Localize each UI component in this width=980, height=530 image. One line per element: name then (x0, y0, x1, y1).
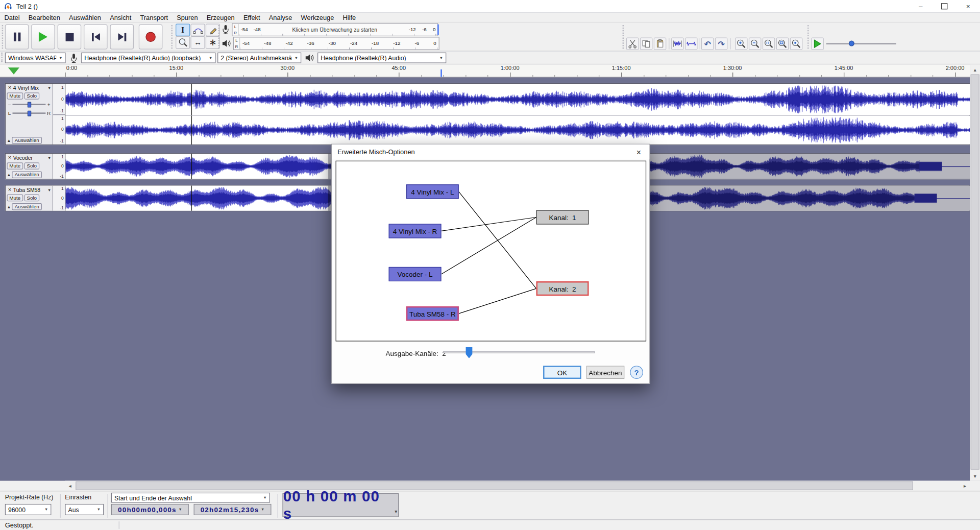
solo-button[interactable]: Solo (24, 162, 39, 169)
timeline[interactable]: 0:00 15:00 30:00 45:00 1:00:00 1:15:00 1… (0, 64, 970, 78)
pan-slider[interactable] (12, 110, 45, 116)
select-track-button[interactable]: Auswählen (12, 203, 42, 210)
scroll-right-icon[interactable]: ► (960, 481, 970, 491)
collapse-track-button[interactable]: ▲ (7, 204, 11, 209)
menu-spuren[interactable]: Spuren (173, 13, 203, 21)
menu-erzeugen[interactable]: Erzeugen (202, 13, 239, 21)
paste-button[interactable] (654, 37, 666, 50)
scroll-up-icon[interactable]: ▲ (970, 64, 980, 75)
menu-datei[interactable]: Datei (0, 13, 24, 21)
skip-to-start-button[interactable] (84, 25, 108, 50)
track-close-button[interactable]: × (7, 187, 12, 192)
dialog-close-button[interactable]: × (628, 144, 650, 159)
waveform-area[interactable] (66, 84, 970, 144)
gain-slider[interactable] (12, 101, 45, 107)
zoom-in-button[interactable] (735, 37, 747, 50)
vertical-ruler[interactable]: 1 0 -1 (53, 186, 65, 211)
track-menu-button[interactable]: ▼ (47, 156, 51, 160)
cut-button[interactable] (626, 37, 639, 50)
track-name[interactable]: Tuba SM58 (13, 187, 47, 193)
vertical-scrollbar[interactable]: ▲ ▼ (970, 64, 980, 481)
restore-button[interactable] (933, 0, 957, 12)
vertical-scrollbar-thumb[interactable] (971, 75, 979, 470)
recording-meter[interactable]: L R -54 -48 Klicken um Überwachung zu st… (232, 23, 438, 36)
selection-end-field[interactable]: 02h02m15,230s▼ (194, 504, 272, 515)
selection-start-field[interactable]: 00h00m00,000s▼ (111, 504, 189, 515)
solo-button[interactable]: Solo (24, 195, 39, 201)
skip-to-end-button[interactable] (110, 25, 134, 50)
minimize-button[interactable]: – (909, 0, 933, 12)
track-menu-button[interactable]: ▼ (47, 86, 51, 89)
menu-bearbeiten[interactable]: Bearbeiten (24, 13, 64, 21)
envelope-tool-button[interactable] (190, 24, 205, 36)
select-track-button[interactable]: Auswählen (12, 172, 42, 178)
menu-auswaehlen[interactable]: Auswählen (65, 13, 106, 21)
mixer-track-node-selected[interactable]: Tuba SM58 - R (406, 306, 459, 321)
track-name[interactable]: 4 Vinyl Mix (13, 85, 47, 91)
scroll-left-icon[interactable]: ◄ (65, 481, 75, 491)
menu-hilfe[interactable]: Hilfe (338, 13, 360, 21)
gain-slider-thumb[interactable] (27, 102, 31, 107)
output-channels-slider[interactable] (443, 347, 595, 358)
record-button[interactable] (139, 25, 163, 50)
mute-button[interactable]: Mute (7, 92, 23, 99)
select-track-button[interactable]: Auswählen (12, 137, 42, 143)
device-toolbar-grip[interactable] (1, 53, 4, 63)
cancel-button[interactable]: Abbrechen (586, 366, 625, 379)
meter-monitor-hint[interactable]: Klicken um Überwachung zu starten (261, 27, 409, 33)
mixer-channel-node[interactable]: Kanal: 1 (536, 210, 589, 224)
track-close-button[interactable]: × (7, 85, 12, 91)
trim-audio-button[interactable] (671, 37, 683, 50)
tools-toolbar-grip[interactable] (172, 25, 175, 49)
menu-effekt[interactable]: Effekt (239, 13, 264, 21)
menu-werkzeuge[interactable]: Werkzeuge (297, 13, 338, 21)
redo-button[interactable]: ↷ (715, 37, 727, 50)
playback-meter[interactable]: L R -54 -48 -42 -36 -30 -24 -18 -12 -6 0 (233, 37, 439, 50)
silence-audio-button[interactable] (685, 37, 697, 50)
scroll-down-icon[interactable]: ▼ (970, 471, 980, 481)
mute-button[interactable]: Mute (7, 162, 23, 169)
timeline-ruler[interactable]: 0:00 15:00 30:00 45:00 1:00:00 1:15:00 1… (65, 64, 970, 77)
zoom-toggle-button[interactable] (790, 37, 802, 50)
timeshift-tool-button[interactable]: ↔ (190, 36, 205, 49)
mixer-track-node[interactable]: 4 Vinyl Mix - R (389, 224, 442, 238)
vertical-ruler[interactable]: 1 0 -1 1 0 -1 (53, 84, 65, 144)
play-at-speed-toolbar-grip[interactable] (807, 25, 811, 49)
recording-device-select[interactable]: Headphone (Realtek(R) Audio) (loopback)▼ (81, 53, 215, 63)
mixer-track-node[interactable]: 4 Vinyl Mix - L (406, 184, 459, 199)
collapse-track-button[interactable]: ▲ (7, 173, 11, 177)
edit-toolbar-grip[interactable] (623, 25, 626, 49)
zoom-selection-button[interactable] (763, 37, 775, 50)
zoom-tool-button[interactable] (176, 36, 190, 49)
timeline-pin-icon[interactable] (8, 67, 19, 74)
ok-button[interactable]: OK (543, 366, 581, 379)
playback-device-select[interactable]: Headphone (Realtek(R) Audio)▼ (317, 53, 446, 63)
speed-slider-thumb[interactable] (849, 41, 854, 46)
undo-button[interactable]: ↶ (701, 37, 714, 50)
mute-button[interactable]: Mute (7, 195, 23, 201)
audio-position-display[interactable]: 00 h 00 m 00 s▼ (282, 493, 399, 517)
track-name[interactable]: Vocoder (13, 155, 47, 161)
waveform-canvas-left[interactable] (66, 84, 971, 115)
vertical-ruler[interactable]: 1 0 -1 (53, 154, 65, 179)
recording-channels-select[interactable]: 2 (Stereo) Aufnahmekanäle▼ (217, 53, 301, 63)
solo-button[interactable]: Solo (24, 92, 39, 99)
pan-slider-thumb[interactable] (27, 110, 31, 116)
zoom-out-button[interactable] (749, 37, 761, 50)
horizontal-scrollbar[interactable]: ◄ ► (65, 481, 970, 491)
selection-tool-button[interactable]: I (176, 24, 190, 36)
pause-button[interactable] (5, 25, 29, 50)
menu-analyse[interactable]: Analyse (264, 13, 297, 21)
help-button[interactable]: ? (630, 366, 643, 379)
play-button[interactable] (31, 25, 55, 50)
copy-button[interactable] (640, 37, 652, 50)
audio-host-select[interactable]: Windows WASAPI▼ (5, 53, 66, 63)
project-rate-select[interactable]: 96000▼ (5, 504, 52, 515)
horizontal-scrollbar-thumb[interactable] (76, 481, 913, 490)
track-close-button[interactable]: × (7, 155, 12, 161)
mixer-track-node[interactable]: Vocoder - L (389, 267, 442, 281)
track-menu-button[interactable]: ▼ (47, 188, 51, 191)
stop-button[interactable] (58, 25, 82, 50)
playback-speed-slider[interactable] (826, 42, 896, 45)
snap-select[interactable]: Aus▼ (65, 504, 104, 515)
